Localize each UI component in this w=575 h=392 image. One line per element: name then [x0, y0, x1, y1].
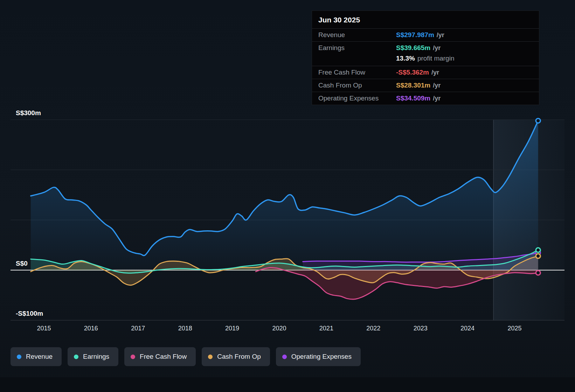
series-revenue-endpoint [536, 118, 540, 123]
legend-label: Operating Expenses [291, 353, 352, 360]
x-axis-label: 2018 [178, 325, 192, 332]
series-cash-from-op-endpoint [536, 254, 540, 258]
tooltip-row-value: S$297.987m [396, 31, 434, 39]
earnings-revenue-history-panel: S$300mS$0-S$100m 20152016201720182019202… [0, 0, 575, 392]
legend-item-cash-from-op[interactable]: Cash From Op [202, 347, 270, 366]
legend-item-revenue[interactable]: Revenue [11, 347, 62, 366]
tooltip-row-unit: /yr [433, 95, 441, 102]
tooltip-row-unit: /yr [431, 69, 439, 76]
legend-label: Cash From Op [217, 353, 261, 360]
legend-item-operating-expenses[interactable]: Operating Expenses [276, 347, 361, 366]
x-axis-label: 2016 [84, 325, 98, 332]
legend: RevenueEarningsFree Cash FlowCash From O… [11, 347, 361, 366]
series-free-cash-flow-endpoint [536, 271, 540, 275]
x-axis-label: 2019 [225, 325, 239, 332]
legend-item-earnings[interactable]: Earnings [68, 347, 118, 366]
tooltip-row-label: Operating Expenses [318, 94, 396, 102]
series-revenue-area [31, 121, 538, 270]
tooltip-row-value: -S$5.362m [396, 69, 429, 76]
tooltip-rows: RevenueS$297.987m/yrEarningsS$39.665m/yr… [312, 28, 539, 105]
tooltip-row-cash-from-op: Cash From OpS$28.301m/yr [312, 79, 539, 92]
legend-label: Free Cash Flow [140, 353, 187, 360]
tooltip-row-value: S$34.509m [396, 94, 430, 102]
x-axis-label: 2023 [414, 325, 428, 332]
tooltip-row-unit: /yr [433, 44, 441, 52]
data-tooltip: Jun 30 2025 RevenueS$297.987m/yrEarnings… [312, 10, 539, 105]
tooltip-row-unit: /yr [433, 82, 441, 89]
profit-margin-value: 13.3% [396, 55, 415, 62]
y-axis-label: S$300m [16, 109, 41, 117]
tooltip-date: Jun 30 2025 [312, 11, 539, 28]
legend-dot [131, 355, 135, 359]
y-axis-label: S$0 [16, 260, 28, 267]
tooltip-row-value: S$28.301m [396, 82, 430, 89]
tooltip-row-operating-expenses: Operating ExpensesS$34.509m/yr [312, 92, 539, 105]
tooltip-row-free-cash-flow: Free Cash Flow-S$5.362m/yr [312, 66, 539, 79]
legend-dot [74, 355, 78, 359]
x-axis-label: 2020 [272, 325, 286, 332]
bottom-strip [0, 377, 575, 392]
series-earnings-endpoint [536, 248, 540, 252]
tooltip-profit-margin-row: 13.3%profit margin [312, 54, 539, 66]
legend-dot [208, 355, 213, 359]
y-axis-label: -S$100m [16, 310, 43, 317]
legend-dot [17, 355, 21, 359]
legend-label: Earnings [83, 353, 109, 360]
tooltip-row-label: Cash From Op [318, 82, 396, 89]
x-axis-label: 2021 [319, 325, 333, 332]
legend-label: Revenue [26, 353, 53, 360]
x-axis-label: 2025 [507, 325, 521, 332]
x-axis-label: 2015 [37, 325, 51, 332]
tooltip-row-label: Revenue [318, 31, 396, 39]
legend-item-free-cash-flow[interactable]: Free Cash Flow [124, 347, 196, 366]
profit-margin-label: profit margin [417, 55, 455, 62]
x-axis-label: 2024 [460, 325, 474, 332]
tooltip-row-earnings: EarningsS$39.665m/yr13.3%profit margin [312, 41, 539, 66]
tooltip-row-value: S$39.665m [396, 44, 430, 52]
x-axis-label: 2022 [366, 325, 380, 332]
legend-dot [282, 355, 287, 359]
tooltip-row-label: Free Cash Flow [318, 69, 396, 76]
tooltip-row-unit: /yr [437, 31, 444, 39]
tooltip-row-revenue: RevenueS$297.987m/yr [312, 28, 539, 41]
tooltip-row-label: Earnings [318, 44, 396, 52]
x-axis-label: 2017 [131, 325, 145, 332]
